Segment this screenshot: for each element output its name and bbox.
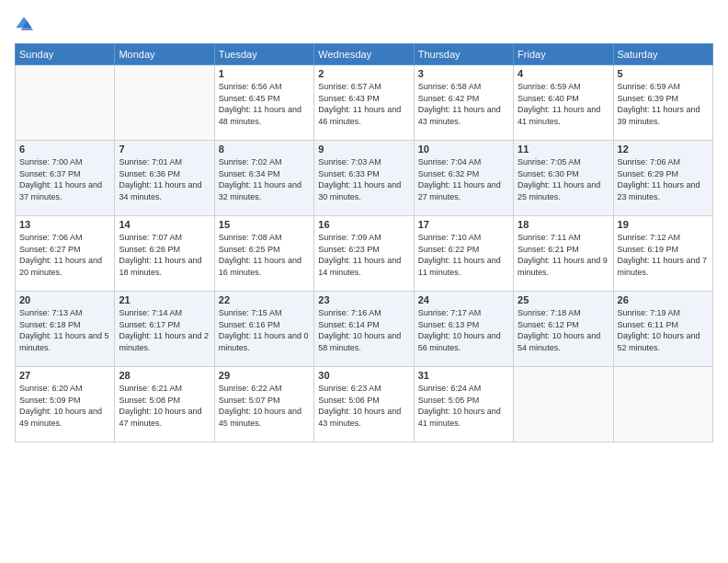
- day-info: Sunrise: 7:07 AM Sunset: 6:26 PM Dayligh…: [119, 232, 210, 278]
- day-info: Sunrise: 6:59 AM Sunset: 6:40 PM Dayligh…: [518, 81, 609, 127]
- day-info: Sunrise: 7:15 AM Sunset: 6:16 PM Dayligh…: [219, 307, 310, 353]
- calendar-cell: 6Sunrise: 7:00 AM Sunset: 6:37 PM Daylig…: [16, 141, 115, 216]
- calendar-cell: [613, 367, 712, 442]
- calendar-cell: 28Sunrise: 6:21 AM Sunset: 5:08 PM Dayli…: [115, 367, 214, 442]
- day-number: 30: [318, 370, 409, 381]
- calendar: SundayMondayTuesdayWednesdayThursdayFrid…: [15, 43, 713, 442]
- day-info: Sunrise: 7:12 AM Sunset: 6:19 PM Dayligh…: [618, 232, 709, 278]
- day-info: Sunrise: 6:58 AM Sunset: 6:42 PM Dayligh…: [418, 81, 509, 127]
- weekday-header: Saturday: [613, 44, 712, 65]
- day-info: Sunrise: 6:56 AM Sunset: 6:45 PM Dayligh…: [219, 81, 310, 127]
- calendar-cell: 3Sunrise: 6:58 AM Sunset: 6:42 PM Daylig…: [414, 65, 513, 141]
- day-number: 19: [618, 219, 709, 230]
- day-number: 28: [119, 370, 210, 381]
- calendar-cell: 2Sunrise: 6:57 AM Sunset: 6:43 PM Daylig…: [314, 65, 414, 141]
- day-number: 4: [518, 68, 609, 79]
- calendar-cell: 24Sunrise: 7:17 AM Sunset: 6:13 PM Dayli…: [414, 292, 513, 367]
- weekday-header: Sunday: [16, 44, 115, 65]
- day-number: 23: [318, 294, 409, 305]
- calendar-cell: 12Sunrise: 7:06 AM Sunset: 6:29 PM Dayli…: [613, 141, 712, 216]
- calendar-cell: 27Sunrise: 6:20 AM Sunset: 5:09 PM Dayli…: [16, 367, 115, 442]
- day-info: Sunrise: 7:14 AM Sunset: 6:17 PM Dayligh…: [119, 307, 210, 353]
- day-info: Sunrise: 7:13 AM Sunset: 6:18 PM Dayligh…: [19, 307, 110, 353]
- calendar-cell: 23Sunrise: 7:16 AM Sunset: 6:14 PM Dayli…: [314, 292, 414, 367]
- day-number: 8: [219, 144, 310, 155]
- day-info: Sunrise: 7:05 AM Sunset: 6:30 PM Dayligh…: [518, 156, 609, 202]
- day-info: Sunrise: 7:06 AM Sunset: 6:27 PM Dayligh…: [19, 232, 110, 278]
- weekday-header: Wednesday: [314, 44, 414, 65]
- calendar-cell: [16, 65, 115, 141]
- day-info: Sunrise: 6:20 AM Sunset: 5:09 PM Dayligh…: [19, 383, 110, 429]
- day-info: Sunrise: 7:09 AM Sunset: 6:23 PM Dayligh…: [318, 232, 409, 278]
- calendar-week-row: 6Sunrise: 7:00 AM Sunset: 6:37 PM Daylig…: [16, 141, 713, 216]
- day-info: Sunrise: 6:21 AM Sunset: 5:08 PM Dayligh…: [119, 383, 210, 429]
- day-number: 13: [19, 219, 110, 230]
- day-number: 12: [618, 144, 709, 155]
- calendar-week-row: 13Sunrise: 7:06 AM Sunset: 6:27 PM Dayli…: [16, 216, 713, 292]
- day-number: 6: [19, 144, 110, 155]
- calendar-week-row: 27Sunrise: 6:20 AM Sunset: 5:09 PM Dayli…: [16, 367, 713, 442]
- day-info: Sunrise: 6:57 AM Sunset: 6:43 PM Dayligh…: [318, 81, 409, 127]
- day-number: 25: [518, 294, 609, 305]
- logo: [15, 15, 37, 34]
- day-info: Sunrise: 7:10 AM Sunset: 6:22 PM Dayligh…: [418, 232, 509, 278]
- day-number: 27: [19, 370, 110, 381]
- calendar-cell: 16Sunrise: 7:09 AM Sunset: 6:23 PM Dayli…: [314, 216, 414, 292]
- calendar-cell: 9Sunrise: 7:03 AM Sunset: 6:33 PM Daylig…: [314, 141, 414, 216]
- day-number: 21: [119, 294, 210, 305]
- day-number: 16: [318, 219, 409, 230]
- calendar-cell: 30Sunrise: 6:23 AM Sunset: 5:06 PM Dayli…: [314, 367, 414, 442]
- day-number: 5: [618, 68, 709, 79]
- calendar-week-row: 20Sunrise: 7:13 AM Sunset: 6:18 PM Dayli…: [16, 292, 713, 367]
- day-number: 7: [119, 144, 210, 155]
- calendar-cell: 29Sunrise: 6:22 AM Sunset: 5:07 PM Dayli…: [214, 367, 313, 442]
- day-number: 2: [318, 68, 409, 79]
- day-info: Sunrise: 7:16 AM Sunset: 6:14 PM Dayligh…: [318, 307, 409, 353]
- day-info: Sunrise: 6:22 AM Sunset: 5:07 PM Dayligh…: [219, 383, 310, 429]
- day-number: 17: [418, 219, 509, 230]
- day-number: 15: [219, 219, 310, 230]
- day-info: Sunrise: 6:23 AM Sunset: 5:06 PM Dayligh…: [318, 383, 409, 429]
- day-number: 20: [19, 294, 110, 305]
- calendar-cell: 19Sunrise: 7:12 AM Sunset: 6:19 PM Dayli…: [613, 216, 712, 292]
- calendar-cell: 20Sunrise: 7:13 AM Sunset: 6:18 PM Dayli…: [16, 292, 115, 367]
- calendar-cell: 18Sunrise: 7:11 AM Sunset: 6:21 PM Dayli…: [514, 216, 613, 292]
- calendar-cell: 22Sunrise: 7:15 AM Sunset: 6:16 PM Dayli…: [214, 292, 313, 367]
- calendar-cell: 14Sunrise: 7:07 AM Sunset: 6:26 PM Dayli…: [115, 216, 214, 292]
- calendar-cell: [514, 367, 613, 442]
- calendar-cell: 17Sunrise: 7:10 AM Sunset: 6:22 PM Dayli…: [414, 216, 513, 292]
- header: [15, 15, 713, 34]
- weekday-header: Thursday: [414, 44, 513, 65]
- day-info: Sunrise: 6:59 AM Sunset: 6:39 PM Dayligh…: [618, 81, 709, 127]
- day-number: 10: [418, 144, 509, 155]
- day-info: Sunrise: 7:17 AM Sunset: 6:13 PM Dayligh…: [418, 307, 509, 353]
- day-number: 29: [219, 370, 310, 381]
- day-info: Sunrise: 7:00 AM Sunset: 6:37 PM Dayligh…: [19, 156, 110, 202]
- day-info: Sunrise: 6:24 AM Sunset: 5:05 PM Dayligh…: [418, 383, 509, 429]
- weekday-header: Tuesday: [214, 44, 313, 65]
- day-info: Sunrise: 7:04 AM Sunset: 6:32 PM Dayligh…: [418, 156, 509, 202]
- weekday-header: Monday: [115, 44, 214, 65]
- calendar-cell: 7Sunrise: 7:01 AM Sunset: 6:36 PM Daylig…: [115, 141, 214, 216]
- page: SundayMondayTuesdayWednesdayThursdayFrid…: [0, 0, 728, 563]
- calendar-cell: 10Sunrise: 7:04 AM Sunset: 6:32 PM Dayli…: [414, 141, 513, 216]
- calendar-cell: 26Sunrise: 7:19 AM Sunset: 6:11 PM Dayli…: [613, 292, 712, 367]
- day-number: 24: [418, 294, 509, 305]
- day-number: 22: [219, 294, 310, 305]
- day-info: Sunrise: 7:18 AM Sunset: 6:12 PM Dayligh…: [518, 307, 609, 353]
- calendar-cell: 11Sunrise: 7:05 AM Sunset: 6:30 PM Dayli…: [514, 141, 613, 216]
- day-info: Sunrise: 7:08 AM Sunset: 6:25 PM Dayligh…: [219, 232, 310, 278]
- calendar-cell: [115, 65, 214, 141]
- day-info: Sunrise: 7:03 AM Sunset: 6:33 PM Dayligh…: [318, 156, 409, 202]
- day-number: 14: [119, 219, 210, 230]
- weekday-header: Friday: [514, 44, 613, 65]
- day-number: 9: [318, 144, 409, 155]
- calendar-cell: 5Sunrise: 6:59 AM Sunset: 6:39 PM Daylig…: [613, 65, 712, 141]
- calendar-cell: 31Sunrise: 6:24 AM Sunset: 5:05 PM Dayli…: [414, 367, 513, 442]
- day-number: 11: [518, 144, 609, 155]
- calendar-cell: 15Sunrise: 7:08 AM Sunset: 6:25 PM Dayli…: [214, 216, 313, 292]
- calendar-header-row: SundayMondayTuesdayWednesdayThursdayFrid…: [16, 44, 713, 65]
- calendar-cell: 1Sunrise: 6:56 AM Sunset: 6:45 PM Daylig…: [214, 65, 313, 141]
- day-info: Sunrise: 7:11 AM Sunset: 6:21 PM Dayligh…: [518, 232, 609, 278]
- calendar-cell: 4Sunrise: 6:59 AM Sunset: 6:40 PM Daylig…: [514, 65, 613, 141]
